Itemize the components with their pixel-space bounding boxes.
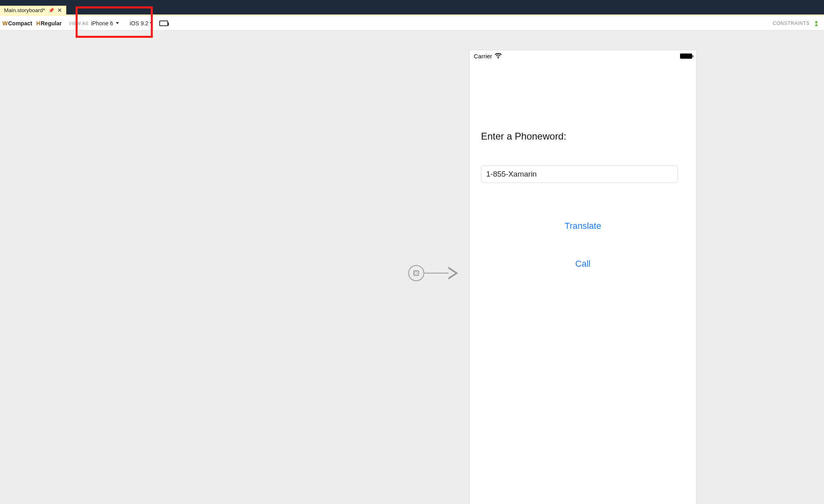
- call-button[interactable]: Call: [481, 259, 685, 269]
- translate-button[interactable]: Translate: [481, 221, 685, 231]
- os-version-dropdown[interactable]: iOS 9.2: [129, 20, 153, 27]
- chevron-down-icon: [116, 22, 119, 24]
- arrow-right-icon: [448, 267, 458, 280]
- battery-icon: [680, 53, 692, 59]
- constraints-label[interactable]: CONSTRAINTS: [773, 21, 810, 26]
- tab-strip: Main.storyboard* 📌 ✕: [0, 6, 824, 14]
- toolbar-left: W Compact H Regular VIEW AS iPhone 6 iOS…: [2, 18, 168, 29]
- carrier-label: Carrier: [474, 53, 492, 60]
- phoneword-label[interactable]: Enter a Phoneword:: [481, 131, 685, 142]
- carrier-group: Carrier: [474, 53, 502, 60]
- orientation-icon[interactable]: [159, 21, 168, 26]
- pin-icon[interactable]: 📌: [48, 8, 54, 13]
- segue-source-icon: [408, 265, 424, 281]
- device-status-bar: Carrier: [470, 50, 696, 62]
- textfield-value: 1-855-Xamarin: [486, 170, 537, 179]
- chevron-down-icon: [150, 22, 153, 24]
- initial-scene-arrow[interactable]: [408, 265, 458, 281]
- design-canvas[interactable]: Carrier Enter a Phoneword: 1-855-Xamarin…: [0, 31, 824, 504]
- segue-line: [424, 273, 448, 274]
- wifi-icon: [495, 53, 502, 59]
- svg-point-0: [815, 21, 818, 23]
- tab-title: Main.storyboard*: [4, 7, 45, 13]
- document-tab[interactable]: Main.storyboard* 📌 ✕: [0, 6, 66, 14]
- device-body: Enter a Phoneword: 1-855-Xamarin Transla…: [470, 131, 696, 504]
- close-icon[interactable]: ✕: [58, 7, 62, 13]
- constraints-toggle-icon[interactable]: [814, 21, 819, 26]
- titlebar: [0, 0, 824, 6]
- svg-point-1: [498, 58, 499, 59]
- size-class-height[interactable]: H Regular: [36, 20, 65, 27]
- view-controller-scene[interactable]: Carrier Enter a Phoneword: 1-855-Xamarin…: [470, 50, 696, 504]
- view-as-dropdown[interactable]: VIEW AS iPhone 6: [66, 18, 122, 29]
- toolbar-right: CONSTRAINTS: [773, 21, 819, 26]
- phoneword-textfield[interactable]: 1-855-Xamarin: [481, 165, 678, 183]
- designer-toolbar: W Compact H Regular VIEW AS iPhone 6 iOS…: [0, 16, 824, 31]
- size-class-width[interactable]: W Compact: [2, 20, 35, 27]
